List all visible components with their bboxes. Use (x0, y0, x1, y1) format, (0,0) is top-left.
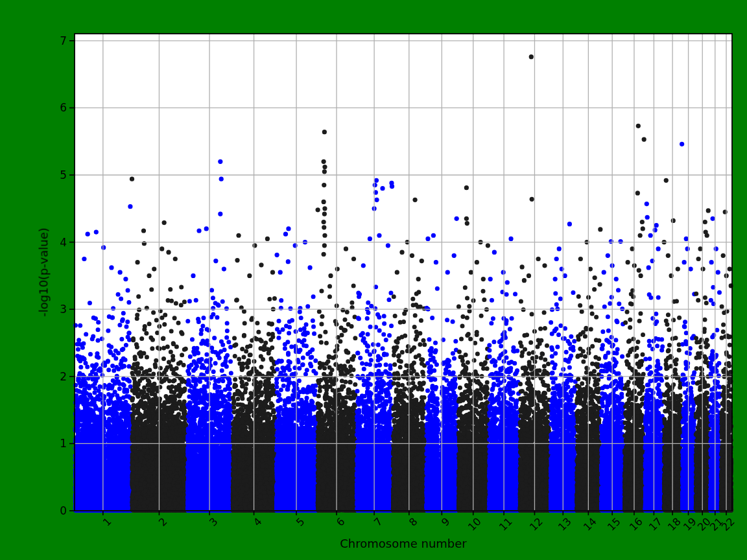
y-tick-label-6: 6 (0, 100, 67, 115)
x-axis-label: Chromosome number (75, 537, 732, 550)
y-tick-label-4: 4 (0, 235, 67, 250)
y-tick-label-2: 2 (0, 369, 67, 384)
manhattan-plot-canvas (0, 0, 747, 560)
y-tick-label-0: 0 (0, 504, 67, 518)
manhattan-plot-figure: -log10(p-value) Chromosome number 012345… (0, 0, 747, 560)
y-tick-label-3: 3 (0, 302, 67, 316)
y-tick-label-5: 5 (0, 168, 67, 182)
y-tick-label-7: 7 (0, 34, 67, 48)
y-tick-label-1: 1 (0, 436, 67, 450)
